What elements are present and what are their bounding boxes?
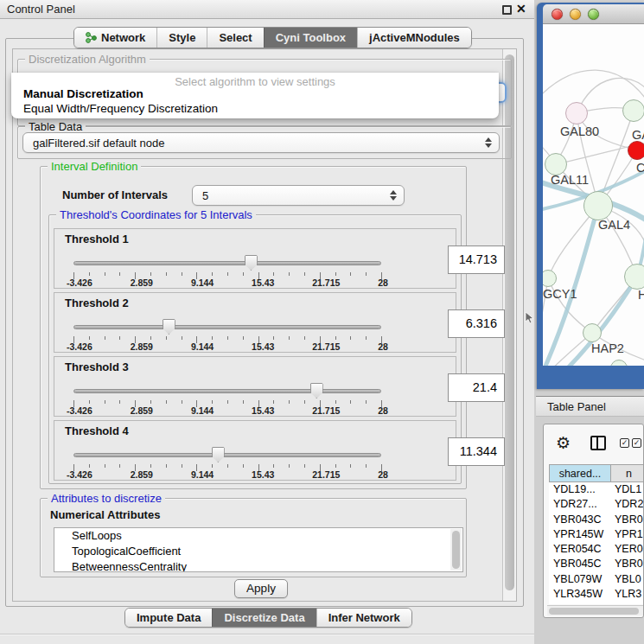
attribute-list-item[interactable]: BetweennessCentrality (54, 559, 462, 572)
attribute-list-item[interactable]: SelfLoops (54, 528, 462, 544)
node-label: C (636, 161, 644, 175)
numerical-attributes-label: Numerical Attributes (50, 508, 160, 521)
slider-track[interactable] (73, 325, 381, 329)
table-cell[interactable]: YBL0 (611, 572, 644, 587)
table-horizontal-scrollbar[interactable] (547, 605, 643, 615)
num-intervals-value: 5 (202, 189, 390, 202)
network-window-titlebar[interactable] (543, 4, 644, 24)
table-cell[interactable]: YIL052C (549, 602, 611, 604)
table-cell[interactable]: YBR0 (611, 513, 644, 527)
table-cell[interactable]: YBL079W (549, 572, 611, 587)
table-row[interactable]: YBR045CYBR0 (549, 557, 644, 571)
tab-impute-data[interactable]: Impute Data (125, 609, 212, 627)
table-row[interactable]: YPR145WYPR1 (549, 527, 644, 542)
threshold-label: Threshold 3 (65, 360, 129, 373)
attributes-group-title: Attributes to discretize (48, 492, 165, 505)
list-scrollbar[interactable] (450, 529, 462, 571)
apply-button[interactable]: Apply (234, 579, 288, 598)
node-label: GAL4 (598, 218, 630, 232)
zoom-traffic-light-icon[interactable] (588, 9, 599, 20)
slider-thumb[interactable] (163, 319, 175, 335)
network-node[interactable] (583, 323, 602, 342)
network-view-window: GAL80GACGAL11GAL4GCY1HHAP2 (537, 3, 644, 389)
node-label: GA (632, 128, 644, 142)
attribute-list-item[interactable]: TopologicalCoefficient (54, 544, 462, 559)
table-cell[interactable]: YIL0 (611, 602, 644, 604)
table-cell[interactable]: YBR045C (549, 557, 611, 571)
table-row[interactable]: YBL079WYBL0 (549, 572, 644, 587)
table-row[interactable]: YDL19...YDL1 (549, 482, 644, 497)
table-cell[interactable]: YDL19... (549, 482, 611, 497)
slider-thumb[interactable] (245, 255, 258, 271)
table-cell[interactable]: YDR27... (549, 497, 611, 512)
thresholds-group-title: Threshold's Coordinates for 5 Intervals (56, 208, 256, 221)
algorithm-option[interactable]: Equal Width/Frequency Discretization (11, 102, 499, 115)
network-node[interactable] (565, 102, 588, 124)
table-cell[interactable]: YDR2 (611, 497, 644, 512)
threshold-value-field[interactable]: 14.713 (448, 245, 505, 274)
table-cell[interactable]: YER054C (549, 542, 611, 557)
tab-style[interactable]: Style (156, 28, 207, 48)
interval-group-title: Interval Definition (48, 160, 141, 173)
column-header-2[interactable]: n (611, 464, 644, 482)
node-label: GAL11 (551, 173, 589, 187)
table-cell[interactable]: YBR0 (611, 557, 644, 571)
tab-jactivemnodules[interactable]: jActiveMNodules (357, 28, 471, 48)
slider-track[interactable] (73, 453, 381, 457)
table-row[interactable]: YBR043CYBR0 (549, 513, 644, 527)
checkbox-icon[interactable]: ✓ (632, 438, 641, 448)
table-data-combobox[interactable]: galFiltered.sif default node (22, 132, 500, 153)
algorithm-group-title: Discretization Algorithm (25, 53, 150, 66)
network-icon (86, 32, 97, 43)
close-icon[interactable]: ✕ (516, 2, 526, 16)
node-label: GAL80 (560, 124, 599, 138)
threshold-value-field[interactable]: 11.344 (448, 437, 505, 466)
network-node[interactable] (624, 264, 644, 290)
table-cell[interactable]: YBR043C (549, 513, 611, 527)
tab-infer-network[interactable]: Infer Network (316, 609, 411, 627)
network-canvas[interactable]: GAL80GACGAL11GAL4GCY1HHAP2 (543, 24, 644, 366)
table-data-group-title: Table Data (25, 120, 86, 133)
list-scrollbar-thumb[interactable] (452, 531, 460, 569)
slider-track[interactable] (73, 389, 381, 393)
float-window-icon[interactable] (502, 5, 512, 15)
slider-thumb[interactable] (212, 447, 225, 462)
num-intervals-label: Number of Intervals (62, 188, 168, 201)
table-cell[interactable]: YER0 (611, 542, 644, 557)
table-cell[interactable]: YPR145W (549, 527, 611, 542)
table-cell[interactable]: YPR1 (611, 527, 644, 542)
algorithm-option[interactable]: Manual Discretization (11, 87, 499, 100)
checkbox-icon[interactable]: ✓ (620, 438, 629, 448)
table-cell[interactable]: YDL1 (611, 482, 644, 497)
tab-select[interactable]: Select (207, 28, 263, 48)
mouse-cursor (525, 311, 534, 325)
threshold-value-field[interactable]: 21.4 (448, 373, 505, 402)
table-row[interactable]: YLR345WYLR3 (549, 587, 644, 602)
minimize-traffic-light-icon[interactable] (570, 9, 581, 20)
tab-network[interactable]: Network (74, 28, 156, 48)
network-node[interactable] (622, 99, 644, 122)
gear-icon[interactable]: ⚙ (556, 433, 571, 453)
close-traffic-light-icon[interactable] (552, 9, 563, 20)
slider-track[interactable] (73, 261, 381, 265)
split-columns-icon[interactable] (590, 436, 606, 450)
threshold-panel-2: Threshold 2-3.4262.8599.14415.4321.71528… (54, 292, 456, 353)
num-intervals-combobox[interactable]: 5 (192, 185, 405, 206)
slider-scale-labels: -3.4262.8599.14415.4321.71528 (67, 277, 388, 288)
table-row[interactable]: YER054CYER0 (549, 542, 644, 557)
network-node[interactable] (583, 191, 613, 220)
slider-thumb[interactable] (310, 383, 323, 399)
threshold-panel-1: Threshold 1-3.4262.8599.14415.4321.71528… (54, 228, 456, 289)
control-panel-tabbar: NetworkStyleSelectCyni ToolboxjActiveMNo… (73, 27, 472, 48)
table-cell[interactable]: YLR345W (549, 587, 611, 602)
slider-scale-labels: -3.4262.8599.14415.4321.71528 (67, 405, 388, 416)
tab-cyni-toolbox[interactable]: Cyni Toolbox (264, 28, 357, 48)
hscrollbar-thumb[interactable] (549, 608, 639, 615)
threshold-value-field[interactable]: 6.316 (448, 309, 505, 338)
tab-discretize-data[interactable]: Discretize Data (212, 609, 316, 627)
network-node[interactable] (628, 141, 644, 160)
column-header-1[interactable]: shared... (549, 464, 611, 482)
table-row[interactable]: YIL052CYIL0 (549, 602, 644, 604)
table-cell[interactable]: YLR3 (611, 587, 644, 602)
table-row[interactable]: YDR27...YDR2 (549, 497, 644, 512)
